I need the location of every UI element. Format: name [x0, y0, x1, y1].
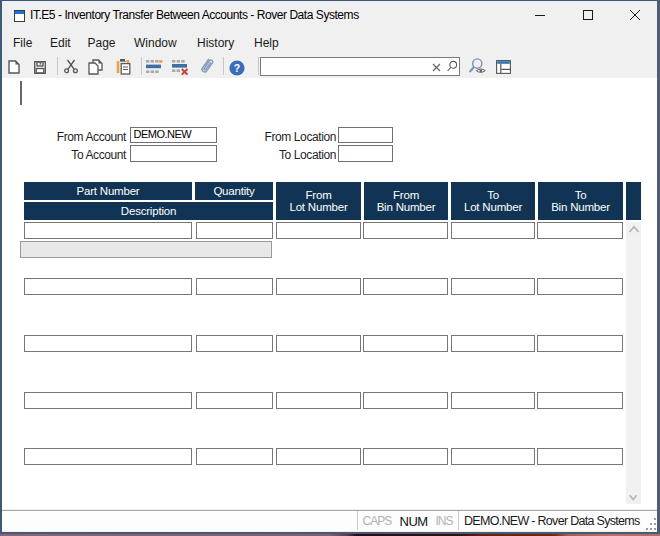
svg-text:?: ?	[234, 62, 240, 74]
